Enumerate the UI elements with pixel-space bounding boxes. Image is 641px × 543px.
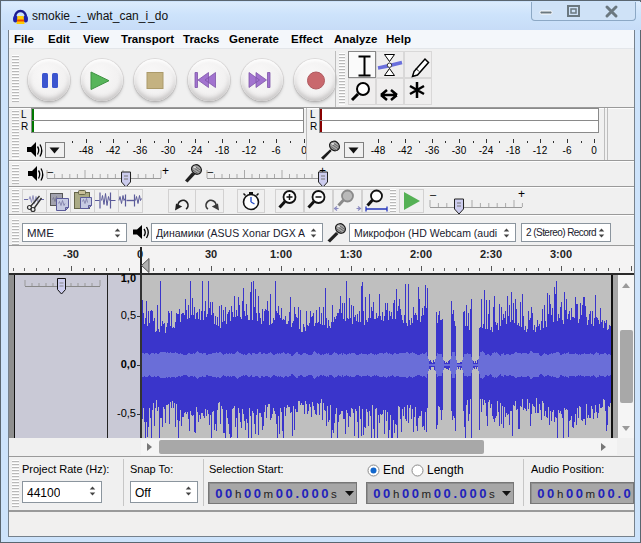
svg-text:+: + (162, 165, 169, 178)
svg-text:+: + (518, 189, 525, 201)
svg-text:–: – (207, 165, 214, 177)
svg-text:–: – (47, 165, 54, 177)
svg-text:–: – (430, 189, 437, 200)
